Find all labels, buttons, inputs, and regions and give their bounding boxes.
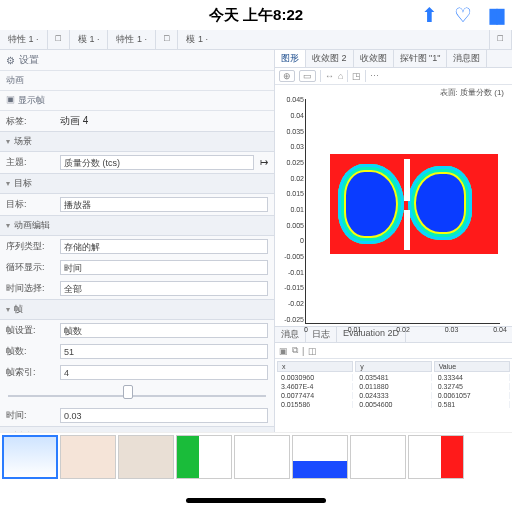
table-toolbar: ▣ ⧉ | ◫	[275, 343, 512, 359]
zoom-icon[interactable]: ⊕	[279, 70, 295, 82]
table-row: 0.00774740.0243330.0061057	[277, 392, 510, 399]
table-row: 3.4607E-40.0118800.32745	[277, 383, 510, 390]
top-tab[interactable]: 特性 1 ·	[108, 30, 156, 49]
table-copy-icon[interactable]: ⧉	[292, 345, 298, 356]
table-row: 0.00309600.0354810.33344	[277, 374, 510, 381]
time-input[interactable]	[60, 408, 268, 423]
top-tab[interactable]: □	[156, 30, 178, 49]
scene-select[interactable]: 质量分数 (tcs)	[60, 155, 254, 170]
anim-header: 动画	[0, 71, 274, 91]
field-plot	[330, 154, 498, 254]
chart-title: 表面: 质量分数 (1)	[440, 87, 504, 98]
frame-count-input[interactable]	[60, 344, 268, 359]
frame-index-input[interactable]	[60, 365, 268, 380]
gear-icon: ⚙	[6, 55, 15, 66]
thumb[interactable]	[234, 435, 290, 479]
top-tab[interactable]: □	[490, 30, 512, 49]
app-top-toolbar: 特性 1 · □ 模 1 · 特性 1 · □ 模 1 · □	[0, 30, 512, 50]
tab-conv[interactable]: 收敛图	[354, 50, 394, 67]
tab-graphics[interactable]: 图形	[275, 50, 306, 67]
camera-icon[interactable]: ◳	[352, 71, 361, 81]
section-target[interactable]: 目标	[0, 173, 274, 194]
top-tab[interactable]: 特性 1 ·	[0, 30, 48, 49]
workspace: ⚙ 设置 动画 ▣ 显示帧 标签: 动画 4 场景 主题: 质量分数 (tcs)…	[0, 50, 512, 432]
anim-name: 动画 4	[60, 114, 88, 128]
tab-probe[interactable]: 探针图 "1"	[394, 50, 448, 67]
ref-icon[interactable]: ↦	[260, 157, 268, 168]
table-plot-icon[interactable]: ◫	[308, 346, 317, 356]
plot-panel: 图形 收敛图 2 收敛图 探针图 "1" 消息图 ⊕ ▭ ↔ ⌂ ◳ ⋯ 表面:…	[275, 50, 512, 432]
more-icon[interactable]: ⋯	[370, 71, 379, 81]
showframe-header[interactable]: ▣ 显示帧	[0, 91, 274, 111]
home-indicator[interactable]	[0, 488, 512, 512]
time-select[interactable]: 全部	[60, 281, 268, 296]
tab-msgplot[interactable]: 消息图	[447, 50, 487, 67]
thumb[interactable]	[408, 435, 464, 479]
thumb[interactable]	[350, 435, 406, 479]
pan-icon[interactable]: ↔	[325, 71, 334, 81]
section-frame[interactable]: 帧	[0, 299, 274, 320]
tab-conv2[interactable]: 收敛图 2	[306, 50, 354, 67]
thumbnail-strip[interactable]	[0, 432, 512, 484]
eval-table: x y Value 0.00309600.0354810.33344 3.460…	[275, 359, 512, 410]
eval-table-panel: 消息 日志 Evaluation 2D ▣ ⧉ | ◫ x y Value 0.…	[275, 326, 512, 432]
status-bar: 今天 上午8:22 ⬆︎ ♡ ▮▮	[0, 0, 512, 30]
target-select[interactable]: 播放器	[60, 197, 268, 212]
top-tab[interactable]: 模 1 ·	[178, 30, 489, 49]
home-icon[interactable]: ⌂	[338, 71, 343, 81]
thumb[interactable]	[118, 435, 174, 479]
section-anim-edit[interactable]: 动画编辑	[0, 215, 274, 236]
frame-setting-select[interactable]: 帧数	[60, 323, 268, 338]
thumb[interactable]	[60, 435, 116, 479]
plot-axes: 0.045 0.04 0.035 0.03 0.025 0.02 0.015 0…	[305, 99, 500, 324]
heart-icon[interactable]: ♡	[454, 3, 472, 27]
seq-type-select[interactable]: 存储的解	[60, 239, 268, 254]
settings-panel: ⚙ 设置 动画 ▣ 显示帧 标签: 动画 4 场景 主题: 质量分数 (tcs)…	[0, 50, 275, 432]
frame-slider[interactable]	[0, 383, 274, 405]
tab-messages[interactable]: 消息	[275, 327, 306, 342]
thumb[interactable]	[2, 435, 58, 479]
label-tag: 标签:	[6, 115, 54, 128]
settings-title: ⚙ 设置	[0, 50, 274, 71]
thumb[interactable]	[176, 435, 232, 479]
plot-toolbar: ⊕ ▭ ↔ ⌂ ◳ ⋯	[275, 68, 512, 85]
chart-area[interactable]: 表面: 质量分数 (1) 0.045 0.04 0.035 0.03 0.025…	[275, 85, 512, 326]
table-export-icon[interactable]: ▣	[279, 346, 288, 356]
pause-icon[interactable]: ▮▮	[488, 3, 502, 27]
section-play[interactable]: 播放	[0, 426, 274, 432]
top-tab[interactable]: 模 1 ·	[70, 30, 109, 49]
select-icon[interactable]: ▭	[299, 70, 316, 82]
thumb[interactable]	[292, 435, 348, 479]
plot-tabs: 图形 收敛图 2 收敛图 探针图 "1" 消息图	[275, 50, 512, 68]
tab-log[interactable]: 日志	[306, 327, 337, 342]
loop-select[interactable]: 时间	[60, 260, 268, 275]
table-row: 0.0155860.00546000.581	[277, 401, 510, 408]
top-tab[interactable]: □	[48, 30, 70, 49]
share-icon[interactable]: ⬆︎	[421, 3, 438, 27]
section-scene[interactable]: 场景	[0, 131, 274, 152]
